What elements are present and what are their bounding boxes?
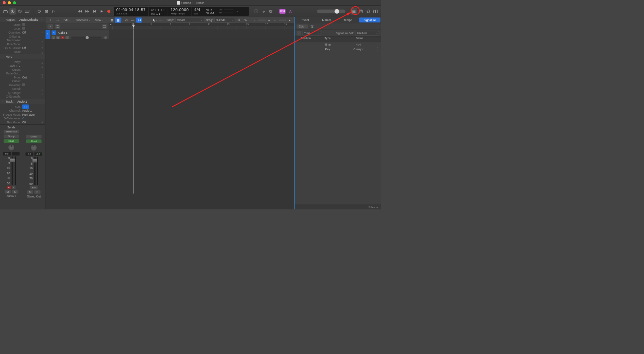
grid-view-button[interactable]: [109, 17, 115, 22]
vertical-zoom-out[interactable]: ◦: [252, 17, 258, 22]
group-slot[interactable]: Group: [4, 134, 19, 138]
inspector-row[interactable]: Transpose:▴▾: [0, 38, 45, 42]
inspector-row[interactable]: Loop:: [0, 26, 45, 31]
track-number[interactable]: 1: [45, 30, 50, 39]
bounce-button[interactable]: Bnc: [30, 186, 38, 189]
library-button[interactable]: [2, 8, 9, 14]
inspector-row[interactable]: Fine Tune:▴▾: [0, 42, 45, 46]
no-in[interactable]: No In: [206, 8, 214, 11]
region-header[interactable]: ⌄ Region: Audio Defaults ⌃: [0, 17, 45, 22]
track-icon[interactable]: ∿: [52, 31, 56, 35]
inspector-value[interactable]: Off▴▾: [22, 121, 43, 124]
alt-tool[interactable]: ⌄: [158, 17, 164, 22]
inspector-row[interactable]: Q-Range:▴▾: [0, 91, 45, 95]
track-header[interactable]: ⌄ Track: Audio 1: [0, 99, 45, 104]
inspector-row[interactable]: Quantize:Off▴▾: [0, 31, 45, 35]
inspector-row[interactable]: Reverse:: [0, 83, 45, 87]
global-tracks-button[interactable]: [102, 24, 107, 29]
inspector-value[interactable]: Off▴▾: [22, 31, 43, 34]
waveform-zoom-button[interactable]: [243, 17, 249, 22]
toolbar-button[interactable]: [24, 8, 31, 14]
inspector-row[interactable]: Icon:∿∿: [0, 105, 45, 109]
nudge-left-button[interactable]: ⊕: [236, 17, 242, 22]
track-lane[interactable]: [109, 30, 294, 39]
list-view-button[interactable]: [115, 17, 121, 22]
play-button[interactable]: [98, 8, 105, 14]
inspector-value[interactable]: [22, 27, 43, 30]
inspector-row[interactable]: Curve:: [0, 67, 45, 71]
catch-playhead-button[interactable]: [136, 17, 142, 22]
horizontal-zoom-out[interactable]: ↔: [272, 17, 278, 22]
add-track-button[interactable]: +: [47, 24, 53, 29]
catch-button[interactable]: [54, 17, 61, 23]
view-menu[interactable]: View⌄: [93, 18, 106, 22]
smart-controls-button[interactable]: [36, 8, 43, 14]
go-to-beginning-button[interactable]: [91, 8, 98, 14]
playhead[interactable]: [133, 23, 134, 30]
inspector-row[interactable]: Gain:▴▾: [0, 50, 45, 54]
inspector-button[interactable]: [9, 8, 16, 14]
inspector-row[interactable]: Q-Swing:: [0, 34, 45, 38]
add-event-button[interactable]: +: [297, 31, 301, 36]
list-editors-button[interactable]: [351, 8, 357, 14]
inspector-row[interactable]: Channel:Audio 1▴▾: [0, 109, 45, 113]
tuner-button[interactable]: [260, 8, 267, 14]
inspector-row[interactable]: Q-Reference:✓: [0, 116, 45, 120]
inspector-row[interactable]: Flex & Follow:Off▴▾: [0, 46, 45, 50]
more-header[interactable]: ⌄ More: [0, 54, 45, 59]
inspector-value[interactable]: [22, 23, 43, 26]
tab-event[interactable]: Event: [294, 17, 316, 23]
replace-button[interactable]: [253, 8, 260, 14]
edit-menu-right[interactable]: Edit⌄: [297, 24, 308, 28]
loop-browser-button[interactable]: [365, 8, 372, 14]
snap-select[interactable]: Smart⌄: [175, 18, 204, 22]
inspector-row[interactable]: Mute:: [0, 23, 45, 27]
inspector-value[interactable]: Audio 1▴▾: [22, 109, 43, 112]
inspector-value[interactable]: Out▴▾: [22, 76, 43, 79]
notepad-button[interactable]: [358, 8, 365, 14]
event-row[interactable]: KeyC major⌃⌄: [294, 47, 381, 52]
event-type-select[interactable]: Time⌄: [302, 31, 321, 36]
master-volume-slider[interactable]: [317, 9, 345, 13]
automation-button[interactable]: [124, 17, 129, 22]
tab-marker[interactable]: Marker: [316, 17, 337, 23]
inspector-value[interactable]: ∿∿: [22, 104, 43, 109]
tempo-value[interactable]: 120.0000: [171, 7, 189, 12]
count-in-button[interactable]: 1234: [279, 9, 285, 14]
quick-help-button[interactable]: ?: [16, 8, 23, 14]
inspector-row[interactable]: Type:Out▴▾: [0, 75, 45, 79]
automation-mode[interactable]: Read: [4, 139, 19, 143]
browsers-button[interactable]: [372, 8, 379, 14]
pan-knob[interactable]: [8, 144, 15, 151]
inspector-row[interactable]: Delay:▴▾: [0, 60, 45, 64]
tempo-mode[interactable]: Keep Tempo: [171, 12, 189, 15]
filter-button[interactable]: [310, 24, 315, 29]
close-window-button[interactable]: [3, 1, 6, 4]
no-out[interactable]: No Out: [206, 11, 214, 14]
volume-fader[interactable]: [11, 157, 13, 185]
minimize-window-button[interactable]: [8, 1, 11, 4]
signature-set-select[interactable]: Untitled⌄: [355, 31, 379, 36]
vertical-zoom-slider[interactable]: [258, 19, 266, 20]
metronome-button[interactable]: [287, 9, 294, 14]
vertical-zoom-in[interactable]: ●: [266, 17, 272, 22]
flex-button[interactable]: [130, 17, 136, 22]
record-button[interactable]: [106, 8, 112, 14]
inspector-value[interactable]: Off▴▾: [22, 46, 43, 49]
position-beats[interactable]: 3 2 2 238: [116, 12, 146, 15]
track-pan[interactable]: [104, 36, 108, 40]
zoom-window-button[interactable]: [13, 1, 16, 4]
inspector-row[interactable]: Q-Strength:: [0, 95, 45, 99]
forward-button[interactable]: [84, 8, 91, 14]
inspector-row[interactable]: Fade-Out ⌄▴▾: [0, 71, 45, 75]
tab-signature[interactable]: Signature: [359, 17, 381, 22]
inspector-row[interactable]: Curve:: [0, 79, 45, 83]
lcd-display[interactable]: 01:00:04:18.57 3 2 2 238 001 1 1 1 001 1…: [114, 7, 249, 16]
tab-tempo[interactable]: Tempo: [337, 17, 359, 23]
functions-menu[interactable]: Functions⌄: [73, 18, 93, 22]
position-time[interactable]: 01:00:04:18.57: [116, 7, 146, 12]
display-mode-menu[interactable]: ⌄: [235, 7, 239, 16]
drag-select[interactable]: X-Fade⌄: [214, 18, 235, 22]
horizontal-zoom-in[interactable]: ●: [287, 17, 292, 22]
time-signature[interactable]: 4/4: [194, 7, 200, 12]
